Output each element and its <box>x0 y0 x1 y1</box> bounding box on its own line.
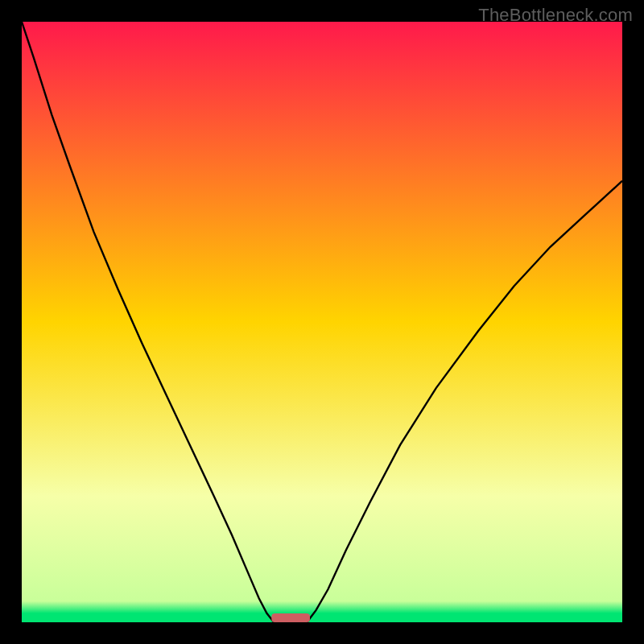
bottleneck-chart <box>22 22 622 622</box>
gradient-background <box>22 22 622 622</box>
outer-frame: TheBottleneck.com <box>0 0 644 644</box>
watermark-text: TheBottleneck.com <box>478 5 633 26</box>
optimal-range-bar <box>271 613 310 622</box>
